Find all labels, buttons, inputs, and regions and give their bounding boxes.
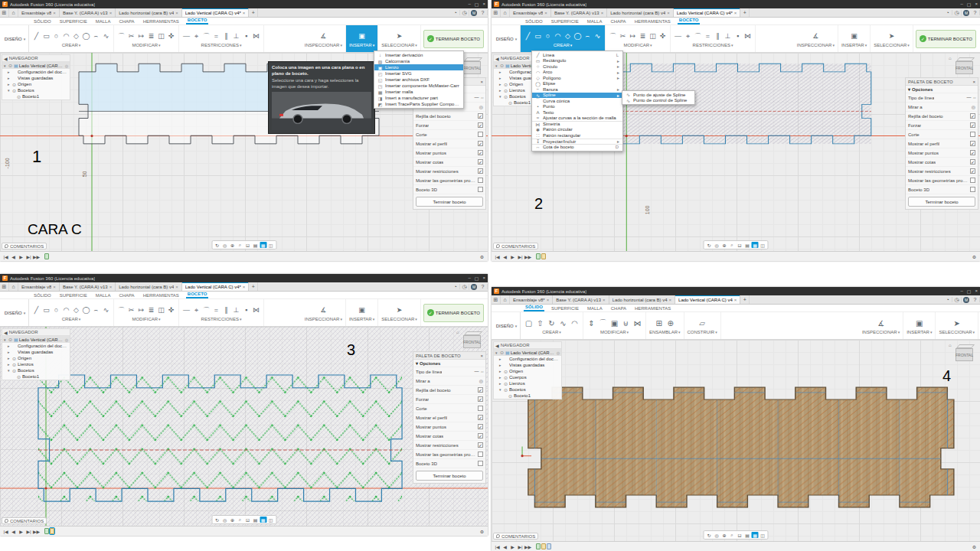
checkbox[interactable] [478,396,483,402]
step-back-icon[interactable]: ◀ [10,527,17,535]
new-tab-button[interactable]: + [249,282,258,291]
toolbar-group-modificar[interactable]: ⇕⌒▣⊎⋈ MODIFICAR▾ [583,312,646,339]
insert-icon[interactable]: ▣ [914,318,924,328]
circle-menu-item[interactable]: ○ Círculo ▸ [532,64,622,70]
visibility-eye-icon[interactable]: ⊙ [17,374,21,380]
checkbox[interactable] [478,132,483,137]
navigator-tree-item[interactable]: ⊙ Boceto1 [2,93,70,99]
finish-sketch-button[interactable]: ✓ TERMINAR BOCETO [423,30,484,48]
step-forward-icon[interactable]: ▶| [517,543,524,550]
canvas-menu-item[interactable]: ▣ Lienzo [374,64,463,70]
minimize-button[interactable]: – [468,2,470,7]
document-tab[interactable]: Base Y. (CARA A) v13 × [60,8,116,17]
polygon-icon[interactable]: ◇ [72,305,80,315]
fix-constraint-icon[interactable]: ▪ [733,31,742,41]
move-copy-icon[interactable]: ✜ [167,305,175,315]
close-palette-icon[interactable]: × [972,80,975,84]
insert-icon[interactable]: ▣ [358,305,366,315]
ribbon-tab[interactable]: SUPERFICIE [550,306,580,311]
home-view-icon[interactable]: ⌂ [949,56,952,60]
ellipse-icon[interactable]: ◯ [573,31,582,41]
spline-icon[interactable]: ∿ [593,31,602,41]
palette-option-row[interactable]: Mirar a ◎ [413,377,485,386]
new-component-icon[interactable]: ⊞ [654,318,664,328]
close-button[interactable]: × [975,2,978,7]
zoom-icon[interactable]: ⌕ [237,517,243,523]
checkbox[interactable] [970,150,975,155]
palette-option-row[interactable]: Tipo de línea —╌ [413,367,485,377]
checkbox[interactable] [478,159,483,165]
sketch-dimension-menu-item[interactable]: ↔ Cota de boceto D [532,144,622,150]
display-settings-icon[interactable]: ▤ [744,532,751,538]
visibility-eye-icon[interactable]: ⊙ [12,88,17,93]
maximize-button[interactable]: ▢ [967,289,972,294]
trim-icon[interactable]: ✂ [619,31,627,41]
measure-icon[interactable]: ∡ [319,31,328,41]
polygon-icon[interactable]: ◇ [564,31,572,41]
tree-caret-icon[interactable]: ▸ [499,363,503,367]
perpendicular-constraint-icon[interactable]: ⊥ [724,31,732,41]
look-at-icon[interactable]: ◎ [479,104,483,109]
document-tab[interactable]: Lado Vertical (CARA C) v4* × [182,8,250,17]
circular-pattern-menu-item[interactable]: ✱ Patrón circular [532,127,622,133]
activate-component-radio[interactable]: ◎ [557,350,560,355]
slot-icon[interactable]: ⌢ [92,305,100,315]
visibility-eye-icon[interactable]: ⊙ [8,63,13,68]
document-tab[interactable]: Base Y. (CARA A) v13 × [60,282,116,291]
zoom-icon[interactable]: ⌕ [729,532,736,538]
control-point-spline-menu-item[interactable]: ∿ Punto de control de Spline [622,98,694,104]
grid-settings-icon[interactable]: ▦ [260,517,266,523]
section-caret-icon[interactable]: ▾ [416,360,418,366]
tree-caret-icon[interactable]: ▸ [8,356,11,360]
toolbar-group-insertar[interactable]: ▣ INSERTAR▾ [346,25,378,52]
tree-caret-icon[interactable]: ▸ [8,76,11,80]
fit-icon[interactable]: ⊡ [737,242,743,248]
palette-option-row[interactable]: Mostrar cotas [413,432,485,441]
visibility-eye-icon[interactable]: ⊙ [12,82,17,87]
home-icon[interactable]: ⌂ [501,8,510,17]
toolbar-group-inspeccionar[interactable]: ∡ INSPECCIONAR▾ [794,25,838,52]
go-to-start-icon[interactable]: |◀ [494,253,501,260]
comments-bar[interactable]: COMENTARIOS [493,243,538,249]
project-include-menu-item[interactable]: ↧ Proyectar/Incluir ▸ [532,139,622,145]
point-menu-item[interactable]: • Punto [532,104,622,110]
toolbar-group-inspeccionar[interactable]: ∡ INSPECCIONAR▾ [302,25,346,52]
tree-caret-icon[interactable]: ▸ [8,350,11,354]
go-to-end-icon[interactable]: ▶▶ [524,543,531,550]
toolbar-group-modificar[interactable]: ⌒✂↦≣◫✜ MODIFICAR▾ [606,25,671,52]
visibility-eye-icon[interactable]: ⊙ [504,82,508,87]
equal-constraint-icon[interactable]: = [212,305,220,315]
fix-constraint-icon[interactable]: ▪ [242,305,250,315]
finish-sketch-button[interactable]: ✓ TERMINAR BOCETO [916,30,976,48]
collapse-navigator-icon[interactable]: ◀ [4,330,8,335]
tree-caret-icon[interactable]: ▸ [8,344,11,348]
activate-component-radio[interactable]: ◎ [65,337,68,342]
fillet-icon[interactable]: ⌒ [609,31,617,41]
timeline-feature-chip[interactable] [50,528,54,534]
checkbox[interactable] [970,141,975,146]
minimize-button[interactable]: – [468,276,470,281]
combine-icon[interactable]: ⊎ [621,318,631,328]
display-settings-icon[interactable]: ▤ [252,242,259,248]
circle-icon[interactable]: ○ [544,31,552,41]
measure-icon[interactable]: ∡ [812,31,820,41]
navigator-tree-item[interactable]: ▸ ⊙ Lienzos [2,361,70,367]
model-canvas[interactable] [492,340,980,541]
palette-option-row[interactable]: Mostrar puntos [413,148,485,158]
tree-caret-icon[interactable]: ▸ [8,82,11,86]
palette-option-row[interactable]: Mostrar restricciones [413,441,485,450]
view-cube[interactable]: FRONTAL ⌂ [952,343,976,364]
document-tab[interactable]: Ensamblaje v8 × [18,8,60,17]
help-icon[interactable]: ? [479,284,488,289]
spline-icon[interactable]: ∿ [102,31,110,41]
ribbon-tab[interactable]: SUPERFICIE [58,293,89,298]
symmetry-constraint-icon[interactable]: ⋈ [252,305,260,315]
new-tab-button[interactable]: + [249,8,258,17]
step-forward-icon[interactable]: ▶| [517,253,524,260]
ribbon-tab[interactable]: SÓLIDO [524,305,544,311]
revolve-icon[interactable]: ↻ [547,318,557,328]
tab-close-icon[interactable]: × [669,298,672,302]
arc-menu-item[interactable]: ◠ Arco ▸ [532,70,622,76]
checkbox[interactable] [478,187,483,192]
slot-icon[interactable]: ⌢ [583,31,592,41]
